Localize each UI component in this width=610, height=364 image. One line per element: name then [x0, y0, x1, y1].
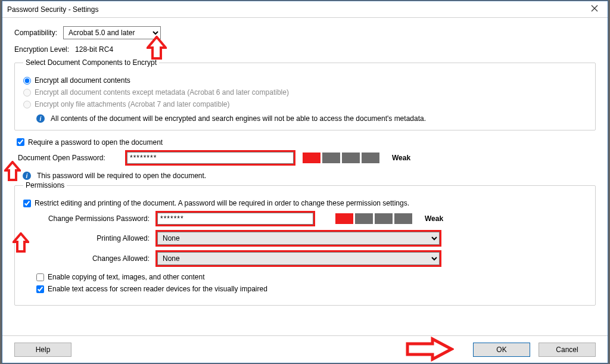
- printing-allowed-label: Printing Allowed:: [23, 234, 155, 242]
- change-perm-password-input[interactable]: [157, 213, 313, 225]
- strength-seg: [362, 153, 379, 163]
- doc-open-password-input[interactable]: [127, 152, 294, 164]
- cancel-button[interactable]: Cancel: [539, 343, 596, 357]
- button-bar: Help OK Cancel: [2, 335, 608, 363]
- encrypt-info-text: All contents of the document will be enc…: [51, 114, 426, 123]
- strength-label: Weak: [425, 214, 443, 223]
- ok-button[interactable]: OK: [473, 343, 530, 357]
- change-perm-password-highlight: [155, 211, 315, 226]
- radio-encrypt-all[interactable]: [23, 77, 31, 85]
- dialog-title: Password Security - Settings: [7, 5, 581, 14]
- strength-seg: [335, 213, 353, 224]
- strength-seg: [375, 213, 393, 224]
- enable-copying-checkbox[interactable]: [36, 273, 44, 281]
- strength-seg: [394, 213, 412, 224]
- enable-screen-reader-checkbox[interactable]: [36, 285, 44, 293]
- change-perm-password-strength: Weak: [335, 213, 443, 224]
- permissions-legend: Permissions: [23, 181, 67, 189]
- open-pw-info-text: This password will be required to open t…: [37, 172, 206, 180]
- doc-open-password-strength: Weak: [303, 153, 410, 163]
- printing-allowed-select[interactable]: None: [157, 232, 440, 245]
- compatibility-select[interactable]: Acrobat 5.0 and later: [63, 26, 161, 39]
- encryption-level-value: 128-bit RC4: [75, 45, 113, 54]
- require-open-password-checkbox[interactable]: [17, 138, 24, 146]
- doc-open-password-label: Document Open Password:: [14, 154, 125, 162]
- encrypt-components-group: Select Document Components to Encrypt En…: [14, 58, 596, 130]
- changes-allowed-label: Changes Allowed:: [23, 254, 155, 263]
- radio-encrypt-attachments: [23, 101, 31, 108]
- strength-seg: [342, 153, 360, 163]
- radio-encrypt-all-label: Encrypt all document contents: [35, 76, 130, 85]
- changes-allowed-select[interactable]: None: [157, 252, 440, 265]
- strength-seg: [303, 153, 320, 163]
- doc-open-password-highlight: [125, 150, 295, 166]
- encrypt-components-legend: Select Document Components to Encrypt: [23, 58, 159, 67]
- changes-allowed-highlight: None: [155, 250, 441, 267]
- change-perm-password-label: Change Permissions Password:: [23, 214, 155, 223]
- strength-label: Weak: [392, 154, 410, 162]
- info-icon: i: [23, 172, 31, 180]
- printing-allowed-highlight: None: [155, 230, 441, 247]
- radio-encrypt-except-metadata-label: Encrypt all document contents except met…: [35, 88, 289, 97]
- dialog-body: Compatibility: Acrobat 5.0 and later Enc…: [2, 18, 608, 335]
- annotation-arrow-right-icon: [405, 337, 454, 362]
- encryption-level-label: Encryption Level:: [14, 45, 69, 54]
- close-icon: [591, 5, 598, 14]
- restrict-editing-checkbox[interactable]: [23, 200, 31, 207]
- titlebar: Password Security - Settings: [2, 1, 608, 18]
- permissions-group: Permissions Restrict editing and printin…: [14, 181, 596, 306]
- enable-copying-label: Enable copying of text, images, and othe…: [48, 273, 205, 281]
- restrict-editing-label: Restrict editing and printing of the doc…: [35, 199, 409, 207]
- strength-seg: [355, 213, 373, 224]
- info-icon: i: [36, 114, 45, 123]
- enable-screen-reader-label: Enable text access for screen reader dev…: [48, 285, 267, 293]
- close-button[interactable]: [581, 1, 608, 18]
- compatibility-label: Compatibility:: [14, 29, 57, 37]
- radio-encrypt-attachments-label: Encrypt only file attachments (Acrobat 7…: [35, 100, 230, 108]
- require-open-password-label: Require a password to open the document: [28, 138, 163, 147]
- help-button[interactable]: Help: [14, 343, 71, 357]
- dialog-window: Password Security - Settings Compatibili…: [2, 1, 608, 363]
- radio-encrypt-except-metadata: [23, 89, 31, 97]
- strength-seg: [322, 153, 340, 163]
